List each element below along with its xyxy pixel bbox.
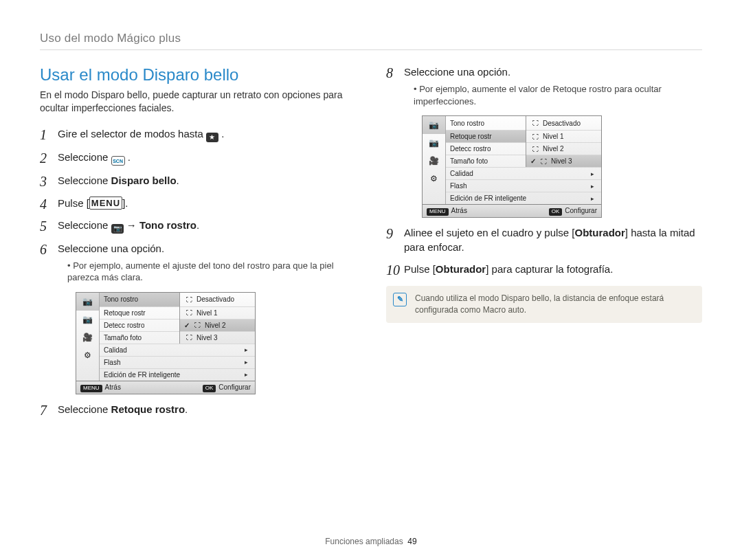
tab-video-icon: 🎥 <box>423 152 445 170</box>
steps-left: Gire el selector de modos hasta ★ . Sele… <box>40 127 356 416</box>
scn-icon: SCN <box>111 156 125 166</box>
tab-video-icon: 🎥 <box>76 328 99 346</box>
page-footer: Funciones ampliadas 49 <box>0 537 742 546</box>
ok-key-icon: OK <box>203 385 216 392</box>
step-9: Alinee el sujeto en el cuadro y pulse [O… <box>386 226 702 254</box>
step-6: Seleccione una opción. Por ejemplo, aume… <box>40 242 356 394</box>
tab-shoot-icon: 📷 <box>76 293 99 311</box>
tab-shoot2-icon: 📷 <box>76 311 99 328</box>
menu-key-icon: MENU <box>427 208 449 216</box>
step-10: Pulse [Obturador] para capturar la fotog… <box>386 262 702 276</box>
step-2: Seleccione SCN . <box>40 150 356 166</box>
intro-text: En el modo Disparo bello, puede capturar… <box>40 89 356 115</box>
screen-menu: Tono rostro▸ Retoque rostr▸ Detecc rostr… <box>100 293 255 381</box>
step-4: Pulse [MENU]. <box>40 197 356 210</box>
ok-key-icon: OK <box>549 208 563 216</box>
step-7: Seleccione Retoque rostro. <box>40 403 356 416</box>
tab-shoot-icon: 📷 <box>423 116 445 134</box>
mode-dial-icon: ★ <box>206 133 218 142</box>
camera-icon: 📷 <box>111 224 124 234</box>
info-note: ✎ Cuando utiliza el modo Disparo bello, … <box>386 286 702 323</box>
tab-settings-icon: ⚙ <box>76 346 99 364</box>
left-column: Usar el modo Disparo bello En el modo Di… <box>40 65 356 425</box>
screen-left-tabs: 📷 📷 🎥 ⚙ <box>76 293 100 381</box>
camera-screen-retouch: 📷 📷 🎥 ⚙ Tono rostro▸ Retoque rostr▸ Dete… <box>422 115 602 218</box>
page-title: Usar el modo Disparo bello <box>40 65 356 85</box>
menu-key-icon: MENU <box>80 385 102 392</box>
step-5: Seleccione 📷 → Tono rostro. <box>40 219 356 234</box>
tab-shoot2-icon: 📷 <box>423 134 445 152</box>
breadcrumb: Uso del modo Mágico plus <box>40 32 702 50</box>
step-1: Gire el selector de modos hasta ★ . <box>40 127 356 142</box>
tab-settings-icon: ⚙ <box>423 170 445 188</box>
step-3: Seleccione Disparo bello. <box>40 174 356 188</box>
right-column: Seleccione una opción. Por ejemplo, aume… <box>386 65 702 425</box>
menu-key: MENU <box>89 197 122 210</box>
steps-right: Seleccione una opción. Por ejemplo, aume… <box>386 65 702 276</box>
popup-tone: ⛶Desactivado ⛶Nivel 1 ⛶Nivel 2 ⛶Nivel 3 <box>179 293 255 344</box>
note-icon: ✎ <box>393 293 407 306</box>
step-6-note: Por ejemplo, aumente el ajuste del tono … <box>67 260 356 284</box>
camera-screen-tone: 📷 📷 🎥 ⚙ Tono rostro▸ Retoque rostr▸ Dete… <box>76 292 256 394</box>
step-8-note: Por ejemplo, aumente el valor de Retoque… <box>414 83 702 107</box>
popup-retouch: ⛶Desactivado ⛶Nivel 1 ⛶Nivel 2 ⛶Nivel 3 <box>526 116 601 167</box>
step-8: Seleccione una opción. Por ejemplo, aume… <box>386 65 702 218</box>
